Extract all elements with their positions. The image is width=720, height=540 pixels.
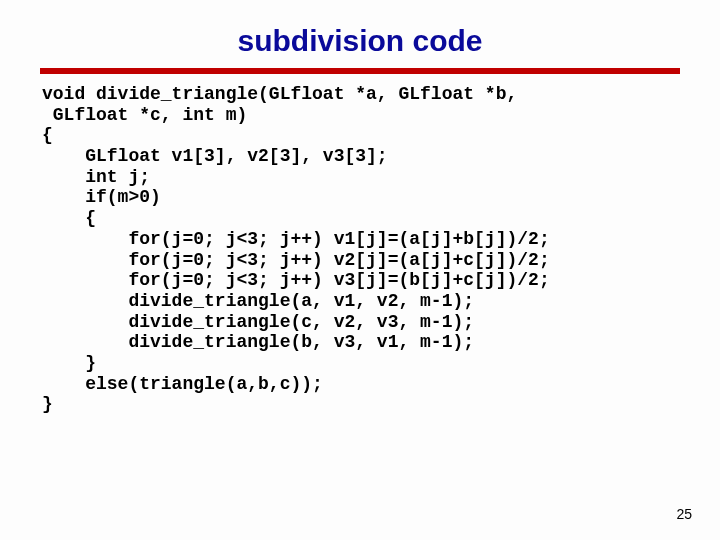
title-rule: [40, 68, 680, 74]
page-title: subdivision code: [0, 24, 720, 58]
code-block: void divide_triangle(GLfloat *a, GLfloat…: [42, 84, 678, 415]
page-number: 25: [676, 506, 692, 522]
